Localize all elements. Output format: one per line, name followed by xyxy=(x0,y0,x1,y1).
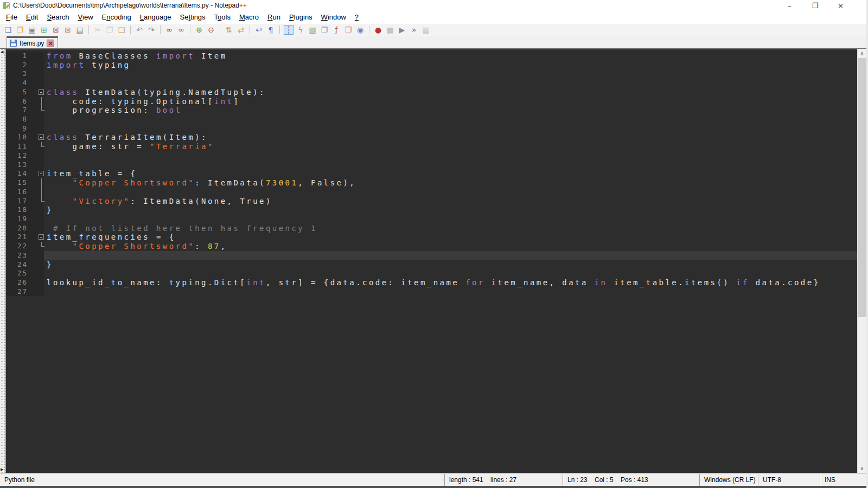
new-file-icon[interactable]: ❏ xyxy=(3,25,13,35)
menu-item-encoding[interactable]: Encoding xyxy=(98,11,136,24)
line-number[interactable]: 4 xyxy=(6,79,28,88)
menu-item-settings[interactable]: Settings xyxy=(176,11,210,24)
code-text[interactable] xyxy=(44,269,857,278)
code-text[interactable]: item_frequencies = { xyxy=(44,233,857,242)
paste-icon[interactable]: ❑ xyxy=(117,25,126,35)
tab-close-icon[interactable]: × xyxy=(47,40,54,47)
status-encoding[interactable]: UTF-8 xyxy=(758,474,820,486)
code-text[interactable]: item_table = { xyxy=(44,169,857,178)
tab-items-py[interactable]: Items.py× xyxy=(7,36,58,48)
code-text[interactable]: "Copper Shortsword": 87, xyxy=(44,242,857,251)
dock-collapse-left-icon[interactable]: ◀ xyxy=(1,50,3,54)
code-text[interactable] xyxy=(44,115,857,124)
user-defined-dialog-icon[interactable]: ϟ xyxy=(296,25,305,35)
line-number[interactable]: 21 xyxy=(6,233,28,242)
show-all-characters-icon[interactable]: ¶ xyxy=(266,25,276,35)
fold-collapse-icon[interactable] xyxy=(39,234,44,240)
code-text[interactable] xyxy=(44,124,857,133)
code-text[interactable]: lookup_id_to_name: typing.Dict[int, str]… xyxy=(44,278,857,287)
menu-item-window[interactable]: Window xyxy=(317,11,350,24)
code-text[interactable] xyxy=(44,188,857,197)
replace-icon[interactable]: ∞ xyxy=(176,25,186,35)
playback-macro-icon[interactable]: ▶ xyxy=(397,25,407,35)
line-number[interactable]: 7 xyxy=(6,106,28,115)
line-number[interactable]: 26 xyxy=(6,278,28,287)
line-number[interactable]: 22 xyxy=(6,242,28,251)
menu-item-macro[interactable]: Macro xyxy=(235,11,263,24)
code-text[interactable]: } xyxy=(44,206,857,215)
code-text[interactable]: from BaseClasses import Item xyxy=(44,52,857,61)
code-text[interactable]: class TerrariaItem(Item): xyxy=(44,133,857,142)
find-icon[interactable]: ∞ xyxy=(164,25,174,35)
dock-expand-right-icon[interactable]: ▶ xyxy=(1,467,3,472)
show-indent-guide-icon[interactable]: ┆ xyxy=(284,25,293,35)
status-eol-format[interactable]: Windows (CR LF) xyxy=(699,474,758,486)
scroll-down-icon[interactable]: ∨ xyxy=(858,464,866,473)
code-text[interactable] xyxy=(44,69,857,79)
menu-item-language[interactable]: Language xyxy=(136,11,176,24)
sync-horizontal-scroll-icon[interactable]: ⇄ xyxy=(236,25,246,35)
line-number[interactable]: 17 xyxy=(6,197,28,206)
code-text[interactable] xyxy=(44,79,857,88)
undo-icon[interactable]: ↶ xyxy=(135,25,144,35)
start-recording-icon[interactable]: ● xyxy=(373,25,383,35)
line-number[interactable]: 13 xyxy=(6,160,28,170)
zoom-in-icon[interactable]: ⊕ xyxy=(194,25,204,35)
code-text[interactable]: class ItemData(typing.NamedTuple): xyxy=(44,88,857,97)
scroll-up-icon[interactable]: ∧ xyxy=(858,49,866,58)
line-number[interactable]: 3 xyxy=(6,69,28,79)
zoom-out-icon[interactable]: ⊖ xyxy=(206,25,216,35)
close-button[interactable]: × xyxy=(828,0,853,11)
code-editor[interactable]: 1from BaseClasses import Item2import typ… xyxy=(5,49,857,473)
line-number[interactable]: 14 xyxy=(6,169,28,178)
code-text[interactable] xyxy=(44,251,857,260)
word-wrap-icon[interactable]: ↩ xyxy=(254,25,264,35)
line-number[interactable]: 25 xyxy=(6,269,28,278)
redo-icon[interactable]: ↷ xyxy=(146,25,156,35)
vertical-scrollbar[interactable]: ∧ ∨ xyxy=(857,49,866,473)
close-file-icon[interactable]: ⊠ xyxy=(51,25,61,35)
open-file-icon[interactable]: ❐ xyxy=(15,25,25,35)
menu-item-view[interactable]: View xyxy=(74,11,98,24)
code-text[interactable] xyxy=(44,215,857,224)
line-number[interactable]: 9 xyxy=(6,124,28,133)
line-number[interactable]: 18 xyxy=(6,206,28,215)
folder-as-workspace-icon[interactable]: ❒ xyxy=(343,25,353,35)
menu-item-file[interactable]: File xyxy=(2,11,22,24)
code-text[interactable]: } xyxy=(44,260,857,269)
line-number[interactable]: 12 xyxy=(6,151,28,160)
print-icon[interactable]: ▤ xyxy=(75,25,85,35)
line-number[interactable]: 16 xyxy=(6,188,28,197)
status-typing-mode[interactable]: INS xyxy=(820,474,866,486)
line-number[interactable]: 27 xyxy=(6,287,28,297)
fold-collapse-icon[interactable] xyxy=(39,134,44,140)
line-number[interactable]: 5 xyxy=(6,88,28,97)
save-all-icon[interactable]: ⊞ xyxy=(39,25,49,35)
document-map-icon[interactable]: ▧ xyxy=(308,25,317,35)
code-text[interactable]: "Victory": ItemData(None, True) xyxy=(44,197,857,206)
line-number[interactable]: 15 xyxy=(6,178,28,188)
code-text[interactable]: "Copper Shortsword": ItemData(73001, Fal… xyxy=(44,178,857,188)
sync-vertical-scroll-icon[interactable]: ⇅ xyxy=(224,25,234,35)
file-monitoring-icon[interactable]: ◉ xyxy=(355,25,365,35)
menu-item-search[interactable]: Search xyxy=(42,11,73,24)
fold-collapse-icon[interactable] xyxy=(39,89,44,95)
code-text[interactable]: # If not listed here then has frequency … xyxy=(44,224,857,233)
menu-item-plugins[interactable]: Plugins xyxy=(285,11,317,24)
run-macro-multiple-times-icon[interactable]: » xyxy=(409,25,419,35)
menu-item-edit[interactable]: Edit xyxy=(22,11,42,24)
code-text[interactable]: code: typing.Optional[int] xyxy=(44,97,857,106)
code-text[interactable]: game: str = "Terraria" xyxy=(44,142,857,151)
restore-button[interactable]: ❐ xyxy=(802,0,828,11)
line-number[interactable]: 20 xyxy=(6,224,28,233)
scrollbar-thumb[interactable] xyxy=(858,58,866,317)
line-number[interactable]: 1 xyxy=(6,52,28,61)
minimize-button[interactable]: – xyxy=(777,0,802,11)
line-number[interactable]: 11 xyxy=(6,142,28,151)
line-number[interactable]: 10 xyxy=(6,133,28,142)
line-number[interactable]: 23 xyxy=(6,251,28,260)
line-number[interactable]: 6 xyxy=(6,97,28,106)
fold-collapse-icon[interactable] xyxy=(39,171,44,176)
menu-item-run[interactable]: Run xyxy=(263,11,285,24)
code-text[interactable] xyxy=(44,151,857,160)
